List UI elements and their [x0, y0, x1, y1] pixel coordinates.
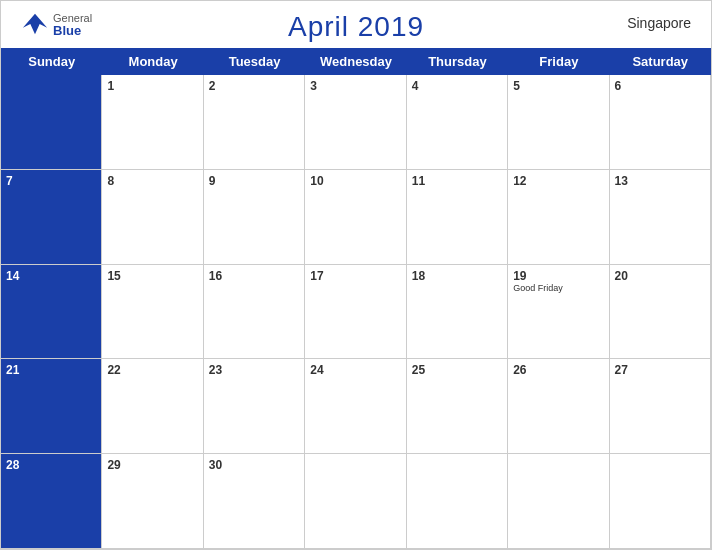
date-number: 18 [412, 269, 425, 283]
calendar-cell: 2 [204, 75, 305, 170]
calendar-cell [508, 454, 609, 549]
calendar-cell: 29 [102, 454, 203, 549]
calendar-cell: 3 [305, 75, 406, 170]
date-number: 2 [209, 79, 216, 93]
calendar-cell [407, 454, 508, 549]
date-number: 27 [615, 363, 628, 377]
date-number: 1 [107, 79, 114, 93]
calendar-cell: 10 [305, 170, 406, 265]
calendar-cell: 11 [407, 170, 508, 265]
date-number: 19 [513, 269, 526, 283]
calendar-cell: 9 [204, 170, 305, 265]
logo-blue-text: Blue [53, 24, 92, 38]
date-number: 14 [6, 269, 19, 283]
calendar-cell: 26 [508, 359, 609, 454]
date-number: 17 [310, 269, 323, 283]
logo: General Blue [21, 11, 92, 39]
date-number: 23 [209, 363, 222, 377]
date-number: 6 [615, 79, 622, 93]
date-number: 16 [209, 269, 222, 283]
date-number: 20 [615, 269, 628, 283]
date-number: 5 [513, 79, 520, 93]
calendar-cell: 21 [1, 359, 102, 454]
date-number: 25 [412, 363, 425, 377]
calendar-cell: 14 [1, 265, 102, 360]
date-number: 22 [107, 363, 120, 377]
date-number: 13 [615, 174, 628, 188]
day-headers: Sunday Monday Tuesday Wednesday Thursday… [1, 48, 711, 75]
calendar-cell [1, 75, 102, 170]
calendar-cell: 15 [102, 265, 203, 360]
date-number: 15 [107, 269, 120, 283]
country-label: Singapore [627, 15, 691, 31]
calendar-cell: 8 [102, 170, 203, 265]
calendar-cell: 30 [204, 454, 305, 549]
date-number: 4 [412, 79, 419, 93]
date-number: 3 [310, 79, 317, 93]
day-thursday: Thursday [407, 48, 508, 75]
day-wednesday: Wednesday [305, 48, 406, 75]
calendar-cell: 19Good Friday [508, 265, 609, 360]
day-sunday: Sunday [1, 48, 102, 75]
calendar-cell: 5 [508, 75, 609, 170]
calendar-cell: 1 [102, 75, 203, 170]
calendar-cell: 25 [407, 359, 508, 454]
calendar-grid: 12345678910111213141516171819Good Friday… [1, 75, 711, 549]
day-friday: Friday [508, 48, 609, 75]
calendar-header: General Blue April 2019 Singapore [1, 1, 711, 48]
day-saturday: Saturday [610, 48, 711, 75]
calendar-cell: 4 [407, 75, 508, 170]
calendar-cell: 13 [610, 170, 711, 265]
calendar-cell: 27 [610, 359, 711, 454]
date-number: 9 [209, 174, 216, 188]
date-number: 10 [310, 174, 323, 188]
calendar-cell: 23 [204, 359, 305, 454]
day-tuesday: Tuesday [204, 48, 305, 75]
calendar-cell [610, 454, 711, 549]
calendar-cell: 18 [407, 265, 508, 360]
calendar-cell: 6 [610, 75, 711, 170]
date-number: 26 [513, 363, 526, 377]
calendar-cell: 22 [102, 359, 203, 454]
date-number: 30 [209, 458, 222, 472]
svg-marker-0 [23, 14, 47, 35]
day-monday: Monday [102, 48, 203, 75]
date-number: 8 [107, 174, 114, 188]
calendar-cell: 7 [1, 170, 102, 265]
date-number: 21 [6, 363, 19, 377]
date-number: 7 [6, 174, 13, 188]
calendar-cell: 12 [508, 170, 609, 265]
date-number: 11 [412, 174, 425, 188]
calendar-cell [305, 454, 406, 549]
calendar-cell: 17 [305, 265, 406, 360]
date-number: 24 [310, 363, 323, 377]
date-number: 29 [107, 458, 120, 472]
holiday-label: Good Friday [513, 283, 563, 293]
calendar: General Blue April 2019 Singapore Sunday… [0, 0, 712, 550]
date-number: 28 [6, 458, 19, 472]
calendar-cell: 16 [204, 265, 305, 360]
date-number: 12 [513, 174, 526, 188]
month-title: April 2019 [288, 11, 424, 43]
calendar-cell: 28 [1, 454, 102, 549]
logo-bird-icon [21, 11, 49, 39]
calendar-cell: 24 [305, 359, 406, 454]
calendar-cell: 20 [610, 265, 711, 360]
